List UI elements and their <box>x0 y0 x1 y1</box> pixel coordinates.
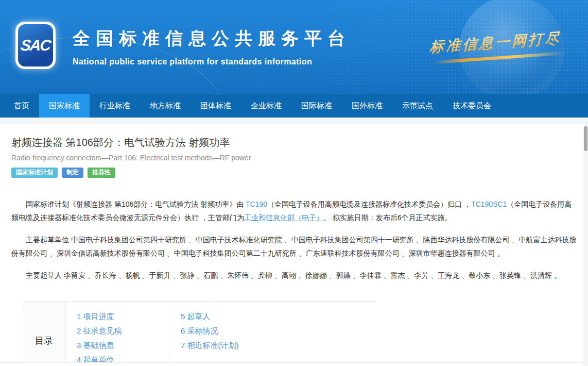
sac-logo-text: SAC <box>20 37 51 54</box>
nav-tab[interactable]: 行业标准 <box>90 94 140 118</box>
site-title-english: National public service platform for sta… <box>73 57 351 66</box>
site-title: 全国标准信息公共服务平台 <box>73 27 351 51</box>
toc-link[interactable]: 5 起草人 <box>181 309 239 324</box>
toc-columns: 1 项目进度2 征求意见稿3 基础信息4 起草单位5 起草人6 采标情况7 相近… <box>66 302 376 366</box>
nav-tab[interactable]: 首页 <box>4 94 39 118</box>
intro-paragraph: 国家标准计划《射频连接器 第106部分：电气试验方法 射频功率》由 TC190（… <box>11 197 577 224</box>
status-badge: 推荐性 <box>88 168 115 178</box>
nav-tab[interactable]: 国家标准 <box>39 94 90 118</box>
toc-heading: 目录 <box>23 302 66 366</box>
standard-title-english: Radio-frequency connectors—Part 106: Ele… <box>11 154 577 162</box>
toc-link[interactable]: 7 相近标准(计划) <box>181 338 239 353</box>
nav-tab[interactable]: 团体标准 <box>191 94 241 118</box>
sac-logo-inner: SAC <box>18 24 53 66</box>
site-titles: 全国标准信息公共服务平台 National public service pla… <box>73 27 351 66</box>
drafting-units-paragraph: 主要起草单位 中国电子科技集团公司第四十研究所 、中国电子技术标准化研究院 、中… <box>11 233 577 260</box>
toc-link[interactable]: 3 基础信息 <box>77 338 169 353</box>
nav-tab[interactable]: 地方标准 <box>140 94 191 118</box>
standard-title: 射频连接器 第106部分：电气试验方法 射频功率 <box>11 136 577 149</box>
main-nav: 首页国家标准行业标准地方标准团体标准企业标准国际标准国外标准示范试点技术委员会 <box>0 94 588 118</box>
page-scrollbar[interactable] <box>583 124 588 366</box>
nav-tab[interactable]: 国外标准 <box>342 94 392 118</box>
status-badge: 国家标准计划 <box>11 168 58 178</box>
nav-tab[interactable]: 示范试点 <box>392 94 443 118</box>
footer-divider <box>0 362 588 366</box>
toc-link[interactable]: 1 项目进度 <box>77 309 169 324</box>
inline-link[interactable]: TC190SC1 <box>471 200 507 208</box>
main-content: 射频连接器 第106部分：电气试验方法 射频功率 Radio-frequency… <box>0 124 588 366</box>
subnav-strip <box>0 118 588 124</box>
scrollbar-thumb[interactable] <box>584 126 587 151</box>
standard-description: 国家标准计划《射频连接器 第106部分：电气试验方法 射频功率》由 TC190（… <box>11 197 577 282</box>
inline-link[interactable]: 工业和信息化部（电子） <box>244 213 323 222</box>
sac-logo[interactable]: SAC <box>15 22 56 69</box>
toc-column: 5 起草人6 采标情况7 相近标准(计划) <box>169 309 254 366</box>
status-badge: 制定 <box>62 168 83 178</box>
drafters-paragraph: 主要起草人 李留安 、乔长海 、杨帆 、于新升 、张静 、石鹏 、朱怀伟 、龚柳… <box>11 269 577 282</box>
nav-tab[interactable]: 企业标准 <box>241 94 291 118</box>
toc-box: 目录 1 项目进度2 征求意见稿3 基础信息4 起草单位5 起草人6 采标情况7… <box>23 301 376 366</box>
badge-row: 国家标准计划制定推荐性 <box>11 168 577 178</box>
toc-link[interactable]: 6 采标情况 <box>181 324 239 338</box>
toc-column: 1 项目进度2 征求意见稿3 基础信息4 起草单位 <box>66 309 169 366</box>
nav-tab[interactable]: 技术委员会 <box>443 94 501 118</box>
inline-link[interactable]: TC190 <box>246 200 267 208</box>
header-banner: SAC 全国标准信息公共服务平台 National public service… <box>0 0 588 94</box>
toc-link[interactable]: 2 征求意见稿 <box>77 324 169 338</box>
nav-tab[interactable]: 国际标准 <box>291 94 342 118</box>
